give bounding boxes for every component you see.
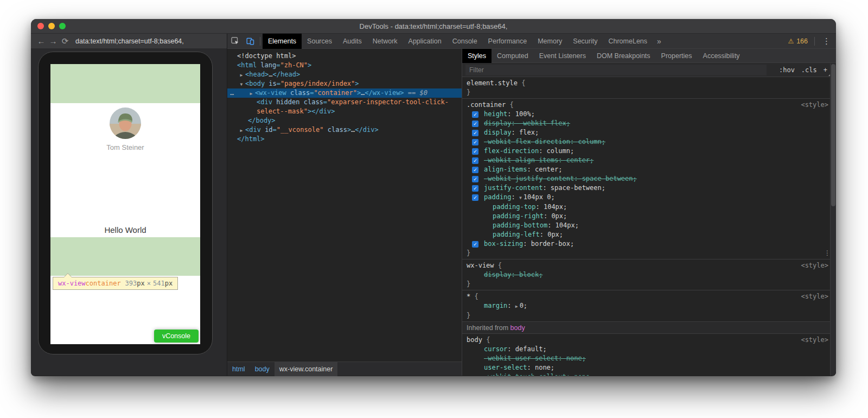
css-property[interactable]: margin: ▶0; — [462, 301, 836, 311]
crumb-wx-view-container[interactable]: wx-view.container — [275, 362, 338, 376]
inherited-node-link[interactable]: body — [510, 324, 525, 332]
sidebar-tab-dom-breakpoints[interactable]: DOM Breakpoints — [591, 49, 656, 63]
css-property[interactable]: ✓padding: ▼104px 0; — [462, 193, 836, 202]
shorthand-open-icon[interactable]: ▼ — [519, 195, 522, 200]
property-checkbox[interactable]: ✓ — [472, 194, 478, 201]
css-property[interactable]: cursor: default; — [462, 345, 836, 354]
reload-icon[interactable]: ⟳ — [59, 36, 71, 46]
css-selector[interactable]: wx-view — [467, 262, 494, 269]
minimize-window-button[interactable] — [48, 23, 55, 29]
css-property[interactable]: -webkit-user-select: none; — [462, 354, 836, 363]
fullscreen-window-button[interactable] — [59, 23, 66, 29]
css-property[interactable]: padding-top: 104px; — [462, 202, 836, 212]
property-name: flex-direction — [484, 147, 539, 155]
expand-closed-icon[interactable]: ▶ — [248, 89, 254, 98]
expand-open-icon[interactable]: ▼ — [238, 80, 245, 89]
property-name: display — [484, 271, 512, 278]
more-tabs-icon[interactable]: » — [653, 34, 666, 49]
property-checkbox[interactable]: ✓ — [472, 130, 478, 136]
dom-tree: <!doctype html><html lang="zh-CN">▶<head… — [227, 49, 462, 362]
css-property[interactable]: ✓justify-content: space-between; — [462, 183, 836, 193]
window-titlebar[interactable]: DevTools - data:text/html;charset=utf-8;… — [31, 19, 836, 34]
dom-node[interactable]: select--mask"></div> — [227, 107, 462, 116]
stylesheet-link[interactable]: <style> — [801, 261, 828, 270]
expand-closed-icon[interactable]: ▶ — [238, 71, 245, 80]
tab-security[interactable]: Security — [567, 34, 603, 49]
css-property[interactable]: ✓height: 100%; — [462, 110, 836, 119]
back-icon[interactable]: ← — [35, 36, 47, 46]
property-checkbox[interactable]: ✓ — [472, 167, 478, 173]
stylesheet-link[interactable]: <style> — [801, 100, 828, 110]
sidebar-tab-accessibility[interactable]: Accessibility — [698, 49, 745, 63]
dom-node[interactable]: ▶<div id="__vconsole" class>…</div> — [227, 125, 462, 135]
css-property[interactable]: ✓align-items: center; — [462, 165, 836, 174]
tab-console[interactable]: Console — [447, 34, 483, 49]
property-checkbox[interactable]: ✓ — [472, 176, 478, 182]
inspect-element-icon[interactable] — [227, 34, 242, 49]
tab-memory[interactable]: Memory — [532, 34, 567, 49]
dom-node[interactable]: ▼<body is="pages/index/index"> — [227, 79, 462, 88]
css-selector[interactable]: body — [467, 336, 482, 344]
dom-node[interactable]: <!doctype html> — [227, 52, 462, 61]
css-selector[interactable]: .container — [467, 101, 506, 109]
toggle-class-button[interactable]: .cls — [801, 66, 817, 74]
tab-performance[interactable]: Performance — [483, 34, 533, 49]
tab-application[interactable]: Application — [403, 34, 447, 49]
sidebar-tab-computed[interactable]: Computed — [492, 49, 534, 63]
property-name: padding-right — [493, 212, 544, 220]
css-property[interactable]: user-select: none; — [462, 363, 836, 372]
new-style-rule-button[interactable]: + — [824, 66, 827, 74]
close-window-button[interactable] — [37, 23, 44, 29]
dom-node[interactable]: <html lang="zh-CN"> — [227, 61, 462, 70]
styles-filter-input[interactable] — [465, 65, 767, 75]
dom-node-selected[interactable]: …▶<wx-view class="container">…</wx-view>… — [227, 88, 462, 98]
stylesheet-link[interactable]: <style> — [801, 335, 828, 345]
dom-node[interactable]: ▶<head>…</head> — [227, 70, 462, 79]
property-checkbox[interactable]: ✓ — [472, 241, 478, 248]
css-property[interactable]: ✓-webkit-flex-direction: column; — [462, 137, 836, 147]
css-property[interactable]: ✓-webkit-justify-content: space-between; — [462, 174, 836, 183]
dom-node[interactable]: </html> — [227, 135, 462, 144]
property-checkbox[interactable]: ✓ — [472, 139, 478, 145]
property-checkbox[interactable]: ✓ — [472, 185, 478, 192]
css-property[interactable]: padding-left: 0px; — [462, 230, 836, 239]
css-property[interactable]: ✓flex-direction: column; — [462, 147, 836, 156]
tab-sources[interactable]: Sources — [302, 34, 337, 49]
property-checkbox[interactable]: ✓ — [472, 111, 478, 118]
css-property[interactable]: display: block; — [462, 270, 836, 280]
tab-audits[interactable]: Audits — [337, 34, 367, 49]
toggle-device-toolbar-icon[interactable] — [242, 34, 258, 49]
address-bar[interactable]: data:text/html;charset=utf-8;base64, — [75, 37, 184, 45]
expand-closed-icon[interactable]: ▶ — [238, 126, 245, 135]
toggle-hover-state-button[interactable]: :hov — [779, 66, 795, 74]
css-selector[interactable]: element.style — [467, 79, 518, 87]
css-property[interactable]: ✓box-sizing: border-box; — [462, 239, 836, 249]
crumb-html[interactable]: html — [227, 362, 250, 376]
dom-node[interactable]: <div hidden class="exparser-inspector-to… — [227, 98, 462, 107]
css-property[interactable]: ⚠-webkit-touch-callout: none; — [462, 372, 836, 376]
scrollbar-thumb[interactable] — [831, 64, 835, 206]
tab-chromelens[interactable]: ChromeLens — [603, 34, 653, 49]
console-warning-badge[interactable]: ⚠ 166 — [788, 37, 808, 45]
dom-node[interactable]: </body> — [227, 116, 462, 125]
forward-icon[interactable]: → — [47, 36, 59, 46]
tab-elements[interactable]: Elements — [263, 34, 302, 49]
property-checkbox[interactable]: ✓ — [472, 121, 478, 127]
vconsole-button[interactable]: vConsole — [154, 330, 199, 343]
css-property[interactable]: padding-bottom: 104px; — [462, 221, 836, 230]
sidebar-tab-event-listeners[interactable]: Event Listeners — [534, 49, 591, 63]
css-property[interactable]: padding-right: 0px; — [462, 212, 836, 221]
property-checkbox[interactable]: ✓ — [472, 148, 478, 155]
sidebar-tab-styles[interactable]: Styles — [462, 49, 492, 63]
sidebar-tab-properties[interactable]: Properties — [656, 49, 698, 63]
stylesheet-link[interactable]: <style> — [801, 292, 828, 301]
css-property[interactable]: ✓display: -webkit-flex; — [462, 119, 836, 128]
tab-network[interactable]: Network — [367, 34, 403, 49]
crumb-body[interactable]: body — [250, 362, 275, 376]
css-property[interactable]: ✓-webkit-align-items: center; — [462, 156, 836, 165]
devtools-menu-icon[interactable]: ⋮ — [817, 36, 836, 46]
shorthand-closed-icon[interactable]: ▶ — [515, 304, 518, 309]
device-screen[interactable]: Tom Steiner Hello World wx-viewcontainer… — [50, 64, 200, 344]
property-checkbox[interactable]: ✓ — [472, 157, 478, 164]
css-property[interactable]: ✓display: flex; — [462, 128, 836, 137]
